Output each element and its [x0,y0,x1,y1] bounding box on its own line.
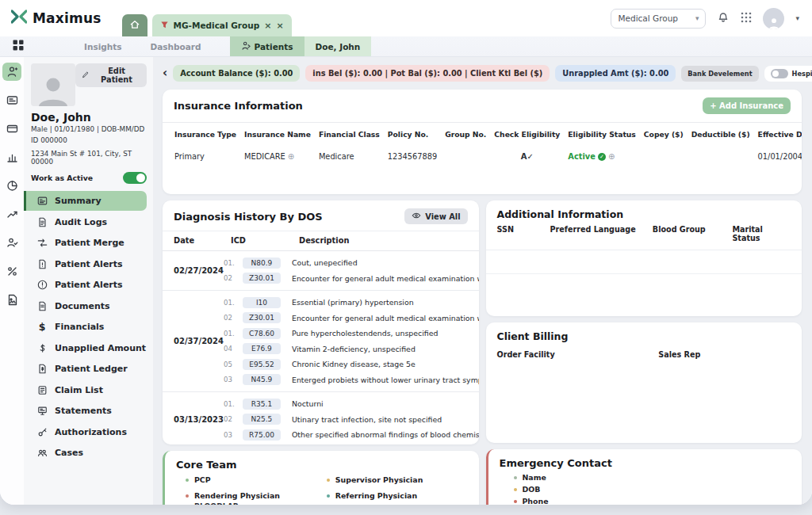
brand-logo: Maximus [11,10,102,27]
sidebar-item-label: Patient Ledger [55,364,128,374]
user-avatar[interactable] [763,8,784,29]
col-effective-date: Effective Datn [754,124,802,144]
apps-grid-icon[interactable] [741,11,752,26]
emergency-contact-card: Emergency Contact Name DOB [486,449,802,505]
icd-code-chip[interactable]: N80.9 [243,258,281,269]
view-all-button[interactable]: View All [404,208,467,224]
sidebar-item-summary[interactable]: Summary [24,191,147,212]
sidebar-item-label: Cases [55,448,83,458]
tab-patient-doe-john[interactable]: Doe, John [304,36,372,56]
modules-icon[interactable] [13,39,24,54]
sidebar-item-patient-merge[interactable]: Patient Merge [24,233,147,254]
group-tab[interactable]: MG-Medical Group × × [152,14,292,36]
cases-icon [36,448,48,458]
sidebar-item-cases[interactable]: Cases [24,443,147,464]
brand-name: Maximus [33,10,102,26]
icd-code-chip[interactable]: R75.00 [243,429,281,441]
col-check-eligibility: Check Eligibility [490,124,564,144]
icd-code-chip[interactable]: E95.52 [243,359,281,370]
globe-icon: ⊕ [608,152,615,161]
sidebar-item-patient-ledger[interactable]: Patient Ledger [24,359,147,380]
sidebar-item-authorizations[interactable]: Authorizations [24,422,147,442]
hespice-label: Hespice [792,70,812,78]
icd-code-chip[interactable]: N45.9 [243,374,281,385]
notification-icon[interactable] [717,10,730,26]
edit-patient-button[interactable]: Edit Patient [75,63,147,87]
home-tab[interactable] [122,14,147,36]
diagnosis-row: 01. R35.1 Nocturni [224,396,479,412]
bullet-icon [186,479,189,482]
work-as-active-label: Work as Active [31,174,93,182]
emergency-contact-title: Emergency Contact [500,457,612,469]
app-window: Maximus MG-Medical Group × × [0,0,812,505]
sidebar-item-label: Statements [55,406,112,416]
pencil-icon [82,71,90,80]
add-insurance-button[interactable]: + Add Insurance [703,97,791,114]
rail-patients-icon[interactable] [2,63,21,81]
tab-patients[interactable]: Patients [230,36,304,56]
hespice-toggle-group: Hespice [764,66,812,82]
home-icon [129,18,140,33]
dos-date: 02/37/2024 [174,337,224,345]
diagnosis-row: 05 E95.52 Chronic Kidney disease, stage … [224,357,479,372]
sidebar-item-label: Audit Logs [55,217,107,227]
audit-logs-icon [36,217,48,227]
icd-code-chip[interactable]: R35.1 [243,399,281,410]
sidebar-item-audit-logs[interactable]: Audit Logs [24,212,147,232]
rail-providers-icon[interactable] [2,234,21,252]
tab-patients-label: Patients [255,42,293,52]
nav-item-insights[interactable]: Insights [84,42,122,52]
core-team-item: Referring Physician [327,491,468,500]
sidebar-item-patient-alerts[interactable]: Patient Alerts [24,275,147,296]
user-menu-caret-icon[interactable]: ▾ [795,14,799,22]
sidebar-item-financials[interactable]: $ Financials [24,317,147,338]
sidebar-item-label: Authorizations [55,427,127,437]
sidebar-item-claim-list[interactable]: Claim List [24,380,147,400]
document-alert-icon [36,259,48,269]
patient-name: Doe, John [31,111,147,124]
hespice-toggle[interactable] [771,69,788,78]
insurance-info-icon[interactable]: ⊕ [288,152,294,161]
tab-close-icon[interactable]: × [264,21,271,31]
rail-analytics-icon[interactable] [2,177,21,195]
sidebar-item-unapplied-amount[interactable]: Unapplied Amount [24,338,147,358]
rail-forms-icon[interactable] [2,91,21,109]
icd-code-chip[interactable]: N25.5 [243,414,281,425]
merge-icon [36,238,48,248]
edit-patient-label: Edit Patient [93,67,140,84]
sidebar-item-statements[interactable]: Statements [24,401,147,422]
diagnosis-row: 02 Z30.01 Encounter for general adult me… [224,311,479,326]
icd-code-chip[interactable]: Z30.01 [243,273,281,284]
patient-photo [31,63,75,106]
sidebar-item-documents[interactable]: Documents [24,296,147,316]
work-as-active-toggle[interactable] [123,172,147,184]
bank-develement-button[interactable]: Bank Develement [681,66,758,82]
rail-trends-icon[interactable] [2,205,21,223]
core-team-title: Core Team [176,459,237,471]
rail-files-icon[interactable] [2,291,21,309]
claim-list-icon [36,385,48,395]
empty-row [486,250,802,274]
rendering-physician-value: BLOODLAR, [194,502,280,505]
bullet-icon [514,488,517,491]
sidebar-item-patient-alerts-doc[interactable]: Patient Alerts [24,254,147,274]
rail-payments-icon[interactable] [2,120,21,138]
tab-close-all-icon[interactable]: × [276,21,283,31]
app-header: Maximus MG-Medical Group × × [0,0,812,36]
left-icon-rail [0,57,24,505]
check-eligibility-icon[interactable]: A✓ [521,152,534,161]
cell-eligibility-status: Active ✓ ⊕ [564,144,640,168]
icd-code-chip[interactable]: C78.60 [243,328,281,339]
rail-adjustments-icon[interactable] [2,262,21,280]
org-select[interactable]: Medical Group ▾ [611,9,706,29]
icd-code-chip[interactable]: E76.9 [243,343,281,354]
rail-reports-icon[interactable] [2,148,21,166]
patients-icon [241,41,251,52]
core-team-item: Rendering Physician BLOODLAR, [186,491,327,505]
icd-code-chip[interactable]: I10 [243,297,281,308]
icd-code-chip[interactable]: Z30.01 [243,312,281,323]
additional-info-card: Additional Information SSN Preferred Lan… [486,200,802,316]
chevron-left-icon[interactable]: ‹ [163,66,167,80]
view-all-label: View All [425,212,460,221]
nav-item-dashboard[interactable]: Dashboard [151,42,201,52]
